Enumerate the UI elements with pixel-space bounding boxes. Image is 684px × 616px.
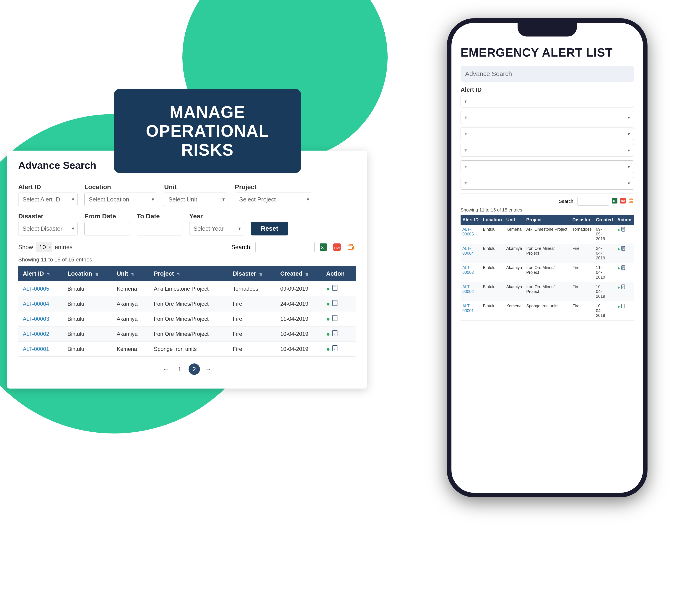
view-icon[interactable]: ● (326, 300, 330, 308)
phone-doc-icon[interactable] (621, 265, 625, 271)
phone-view-icon[interactable]: ● (617, 227, 620, 233)
view-icon[interactable]: ● (326, 315, 330, 323)
phone-unit-select[interactable]: ▾ (460, 128, 634, 140)
col-unit[interactable]: Unit ⇅ (112, 266, 149, 281)
location-select[interactable]: Select Location (84, 193, 157, 206)
phone-col-project: Project (524, 215, 570, 225)
alert-id-select[interactable]: Select Alert ID (18, 193, 77, 206)
phone-cell-project: Iron Ore Mines/Project (524, 244, 570, 263)
cell-action: ● (322, 327, 356, 342)
cell-project: Arki Limestone Project (149, 281, 228, 296)
view-icon[interactable]: ● (326, 285, 330, 292)
phone-col-disaster: Disaster (571, 215, 594, 225)
phone-doc-icon[interactable] (621, 285, 625, 290)
phone-table-row: ALT-00001 Bintulu Kemena Sponge Iron uni… (460, 301, 634, 321)
from-date-input[interactable] (84, 222, 130, 236)
phone-view-icon[interactable]: ● (617, 304, 620, 309)
reset-button[interactable]: Reset (251, 222, 288, 236)
phone-doc-icon[interactable] (621, 246, 625, 252)
unit-label: Unit (164, 183, 228, 191)
view-icon[interactable]: ● (326, 330, 330, 338)
phone-view-icon[interactable]: ● (617, 266, 620, 271)
page-2-button[interactable]: 2 (188, 364, 200, 375)
phone-mockup: EMERGENCY ALERT LIST Advance Search Aler… (447, 18, 647, 497)
phone-doc-icon[interactable] (621, 227, 625, 233)
col-created[interactable]: Created ⇅ (276, 266, 321, 281)
phone-alert-link[interactable]: ALT-00005 (462, 227, 474, 236)
phone-cell-unit: Akamiya (504, 244, 524, 263)
phone-excel-btn[interactable]: X (612, 198, 617, 205)
cell-alert-id: ALT-00002 (18, 327, 63, 342)
phone-alert-id-select[interactable] (460, 95, 634, 107)
phone-table-row: ALT-00004 Bintulu Akamiya Iron Ore Mines… (460, 244, 634, 263)
phone-pdf-btn[interactable]: PDF (620, 198, 625, 205)
phone-alert-link[interactable]: ALT-00001 (462, 304, 474, 313)
page-1-button[interactable]: 1 (174, 364, 185, 375)
phone-alert-link[interactable]: ALT-00003 (462, 265, 474, 275)
phone-cell-location: Bintulu (481, 282, 505, 301)
to-date-input[interactable] (137, 222, 182, 236)
year-select[interactable]: Select Year (189, 222, 244, 236)
phone-cell-location: Bintulu (481, 225, 505, 244)
col-location[interactable]: Location ⇅ (63, 266, 112, 281)
phone-search-input[interactable] (577, 197, 609, 205)
phone-location-select[interactable]: ▾ (460, 111, 634, 124)
form-row-1: Alert ID Select Alert ID Location Select… (18, 183, 356, 206)
phone-year-select[interactable]: ▾ (460, 177, 634, 190)
disaster-select[interactable]: Select Disaster (18, 222, 77, 236)
doc-icon[interactable] (333, 330, 338, 338)
phone-view-icon[interactable]: ● (617, 246, 620, 252)
col-disaster[interactable]: Disaster ⇅ (228, 266, 276, 281)
phone-cell-action: ● (615, 225, 634, 244)
alert-id-link[interactable]: ALT-00001 (23, 346, 49, 352)
entries-select[interactable]: 10 25 50 (36, 242, 52, 252)
phone-project-select[interactable]: ▾ (460, 144, 634, 157)
phone-table-row: ALT-00003 Bintulu Akamiya Iron Ore Mines… (460, 263, 634, 282)
project-select[interactable]: Select Project (235, 193, 312, 206)
col-alert-id[interactable]: Alert ID ⇅ (18, 266, 63, 281)
phone-search-bar[interactable]: Advance Search (460, 66, 634, 82)
from-date-group: From Date (84, 213, 130, 236)
print-button[interactable] (346, 242, 356, 252)
phone-alert-link[interactable]: ALT-00002 (462, 285, 474, 294)
cell-location: Bintulu (63, 296, 112, 311)
table-row: ALT-00003 Bintulu Akamiya Iron Ore Mines… (18, 311, 356, 327)
col-project[interactable]: Project ⇅ (149, 266, 228, 281)
unit-group: Unit Select Unit (164, 183, 228, 206)
view-icon[interactable]: ● (326, 346, 330, 353)
table-controls: Show 10 25 50 entries Search: X PDF (18, 242, 356, 252)
cell-unit: Kemena (112, 281, 149, 296)
phone-inner: EMERGENCY ALERT LIST Advance Search Aler… (452, 23, 643, 493)
phone-table: Alert ID Location Unit Project Disaster … (460, 215, 634, 321)
alert-table: Alert ID ⇅ Location ⇅ Unit ⇅ Project ⇅ D… (18, 266, 356, 357)
phone-print-btn[interactable] (629, 198, 634, 205)
export-pdf-button[interactable]: PDF (332, 242, 342, 252)
search-input[interactable] (255, 242, 315, 252)
alert-id-link[interactable]: ALT-00005 (23, 286, 49, 292)
doc-icon[interactable] (333, 345, 338, 353)
phone-cell-action: ● (615, 301, 634, 321)
unit-select[interactable]: Select Unit (164, 193, 228, 206)
phone-cell-disaster: Fire (571, 282, 594, 301)
alert-id-link[interactable]: ALT-00004 (23, 301, 49, 307)
doc-icon[interactable] (333, 315, 338, 323)
phone-view-icon[interactable]: ● (617, 285, 620, 290)
phone-disaster-select[interactable]: ▾ (460, 160, 634, 173)
cell-unit: Akamiya (112, 296, 149, 311)
prev-page-button[interactable]: ← (161, 364, 171, 374)
reset-group: Reset (251, 222, 288, 236)
export-excel-button[interactable]: X (318, 242, 328, 252)
alert-id-link[interactable]: ALT-00003 (23, 316, 49, 322)
table-header-row: Alert ID ⇅ Location ⇅ Unit ⇅ Project ⇅ D… (18, 266, 356, 281)
doc-icon[interactable] (333, 300, 338, 308)
phone-doc-icon[interactable] (621, 304, 625, 309)
next-page-button[interactable]: → (203, 364, 213, 374)
cell-created: 10-04-2019 (276, 342, 321, 357)
from-date-label: From Date (84, 213, 130, 220)
alert-id-link[interactable]: ALT-00002 (23, 331, 49, 337)
alert-id-group: Alert ID Select Alert ID (18, 183, 77, 206)
pagination: ← 1 2 → (18, 364, 356, 375)
doc-icon[interactable] (333, 285, 338, 292)
show-entries: Show 10 25 50 entries (18, 242, 72, 252)
phone-alert-link[interactable]: ALT-00004 (462, 246, 474, 256)
